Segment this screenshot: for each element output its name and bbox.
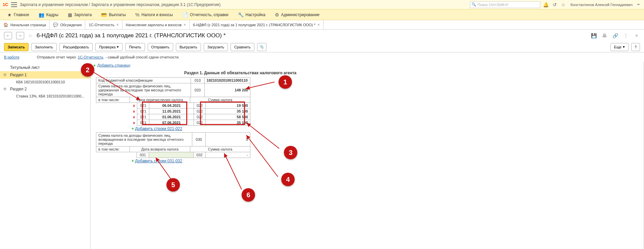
- menu-admin[interactable]: ⚙Администрирование: [270, 9, 324, 20]
- tab-1c-report[interactable]: 1С-Отчетность×: [85, 20, 122, 29]
- callout-5: 5: [166, 178, 180, 192]
- delete-row-icon[interactable]: x: [133, 115, 135, 119]
- download-button[interactable]: Загрузить: [204, 43, 228, 51]
- app-title: Зарплата и управление персоналом / Зарпл…: [20, 2, 221, 7]
- collapse-icon[interactable]: ⊖: [3, 87, 6, 91]
- row031-value[interactable]: [149, 152, 194, 158]
- print-icon[interactable]: 🖶: [601, 32, 608, 39]
- search-input[interactable]: 🔍 Поиск Ctrl+Shift+F: [470, 1, 540, 8]
- row032-value[interactable]: -: [205, 152, 250, 158]
- row021-date[interactable]: 01.06.2021: [149, 114, 194, 120]
- close-icon[interactable]: ━: [635, 2, 641, 8]
- menu-icon[interactable]: [11, 2, 17, 7]
- print-button[interactable]: Печать: [125, 43, 145, 51]
- delete-row-icon[interactable]: x: [133, 109, 135, 113]
- fill-button[interactable]: Заполнить: [31, 43, 57, 51]
- save-icon[interactable]: 💾: [590, 32, 597, 39]
- link-icon[interactable]: 🔗: [612, 32, 618, 39]
- row021-code: 021: [137, 120, 149, 126]
- row022-sum[interactable]: 35 100: [206, 120, 250, 126]
- user-name[interactable]: Константинов Алексей Геннадиевич: [571, 3, 633, 7]
- forward-button[interactable]: →: [16, 32, 24, 39]
- col-sum-header: Сумма налога: [190, 97, 250, 103]
- nav-section-1[interactable]: ⊖Раздел 1: [0, 71, 90, 79]
- callout-6: 6: [242, 188, 255, 202]
- status-prefix: Отправьте отчет через: [37, 55, 76, 59]
- menu-otchet[interactable]: 📄Отчетность, справки: [178, 9, 233, 20]
- row030-value[interactable]: 0: [206, 133, 250, 147]
- upload-button[interactable]: Выгрузить: [176, 43, 201, 51]
- close-icon[interactable]: ×: [317, 23, 320, 27]
- help-button[interactable]: ?: [631, 43, 640, 51]
- search-icon: 🔍: [472, 2, 476, 7]
- table-icon: ▦: [68, 12, 72, 17]
- row032-code: 032: [194, 152, 206, 158]
- delete-row-icon[interactable]: x: [133, 121, 135, 125]
- row022-sum[interactable]: 58 500: [206, 114, 250, 120]
- add-rows-021-link[interactable]: Добавить строки 021-022: [135, 126, 182, 131]
- row031-code: 031: [137, 152, 149, 158]
- menu-vyplaty[interactable]: 💳Выплаты: [96, 9, 131, 20]
- row030-label: Сумма налога на доходы физических лиц, в…: [96, 133, 192, 147]
- save-button[interactable]: Записать: [4, 43, 29, 51]
- nav-title-page[interactable]: Титульный лист: [0, 64, 90, 71]
- check-button[interactable]: Проверка ▾: [95, 43, 122, 51]
- callout-4: 4: [281, 173, 295, 186]
- col-date2-header: Дата возврата налога: [130, 147, 190, 152]
- row021-date[interactable]: 11.05.2021: [149, 109, 194, 114]
- delete-row-icon[interactable]: x: [133, 103, 135, 108]
- chevron-down-icon: ▾: [623, 45, 625, 49]
- more-button[interactable]: Еще ▾: [610, 43, 629, 51]
- decode-button[interactable]: Расшифровать: [59, 43, 93, 51]
- row022-sum[interactable]: 19 500: [206, 103, 250, 109]
- menu-nalogi[interactable]: %Налоги и взносы: [131, 9, 178, 20]
- svg-line-3: [246, 135, 278, 177]
- doc-icon: 📄: [182, 12, 188, 17]
- collapse-icon[interactable]: ⊖: [3, 73, 6, 77]
- nav-kbk[interactable]: КБК 18210102010011000110: [0, 79, 90, 85]
- plus-icon: +: [132, 159, 134, 163]
- close-icon[interactable]: ×: [116, 23, 119, 27]
- row021-date[interactable]: 06.04.2021: [149, 103, 194, 109]
- row021-date[interactable]: 07.06.2021: [149, 120, 194, 126]
- percent-icon: %: [135, 12, 139, 17]
- row030-code: 030: [192, 133, 206, 147]
- tab-nachisl[interactable]: Начисление зарплаты и взносов×: [122, 20, 190, 29]
- close-page-icon[interactable]: ×: [633, 32, 640, 39]
- tab-6ndfl[interactable]: 6-НДФЛ (с 2021 года) за 1 полугодие 2021…: [190, 20, 324, 29]
- status-state[interactable]: В работе: [4, 55, 19, 59]
- nav-section-2[interactable]: ⊖Раздел 2: [0, 85, 90, 93]
- menu-nastroika[interactable]: 🔧Настройка: [233, 9, 270, 20]
- star-icon[interactable]: ☆: [560, 2, 566, 8]
- tab-discuss[interactable]: 💬Обсуждения: [50, 20, 85, 29]
- send-button[interactable]: Отправить: [148, 43, 174, 51]
- menu-kadry[interactable]: 👥Кадры: [34, 9, 63, 20]
- row022-sum[interactable]: 35 100: [206, 109, 250, 114]
- menu-main[interactable]: ★Главное: [3, 9, 34, 20]
- row021-code: 021: [137, 109, 149, 114]
- row022-code: 022: [194, 120, 206, 126]
- chat-icon: 💬: [53, 23, 58, 27]
- search-placeholder: Поиск Ctrl+Shift+F: [478, 3, 508, 7]
- back-button[interactable]: ←: [4, 32, 12, 39]
- people-icon: 👥: [39, 12, 44, 17]
- history-icon[interactable]: ↺: [552, 2, 558, 8]
- add-rows-031-link[interactable]: Добавить строки 031-032: [135, 159, 182, 163]
- plus-icon: +: [132, 126, 134, 131]
- row020-code: 020: [191, 83, 204, 97]
- nav-rate[interactable]: Ставка 13%, КБК 18210102010011000...: [0, 93, 90, 99]
- tab-start[interactable]: 🏠Начальная страница: [0, 20, 50, 29]
- paperclip-icon: 📎: [259, 45, 264, 49]
- bell-icon[interactable]: 🔔: [543, 2, 549, 8]
- compare-button[interactable]: Сравнить: [231, 43, 254, 51]
- attach-button[interactable]: 📎: [257, 43, 266, 51]
- menu-zarplata[interactable]: ▦Зарплата: [63, 9, 97, 20]
- close-icon[interactable]: ×: [184, 23, 186, 27]
- row021-code: 021: [137, 103, 149, 109]
- add-page-link[interactable]: Добавить страницу: [97, 63, 130, 67]
- row010-value[interactable]: 18210102010011000110: [204, 78, 250, 83]
- kebab-icon[interactable]: ⋮: [623, 32, 629, 39]
- favorite-icon[interactable]: ☆: [28, 33, 33, 38]
- row020-value[interactable]: 148 200: [204, 83, 250, 97]
- status-link[interactable]: 1С-Отчетность: [78, 55, 103, 59]
